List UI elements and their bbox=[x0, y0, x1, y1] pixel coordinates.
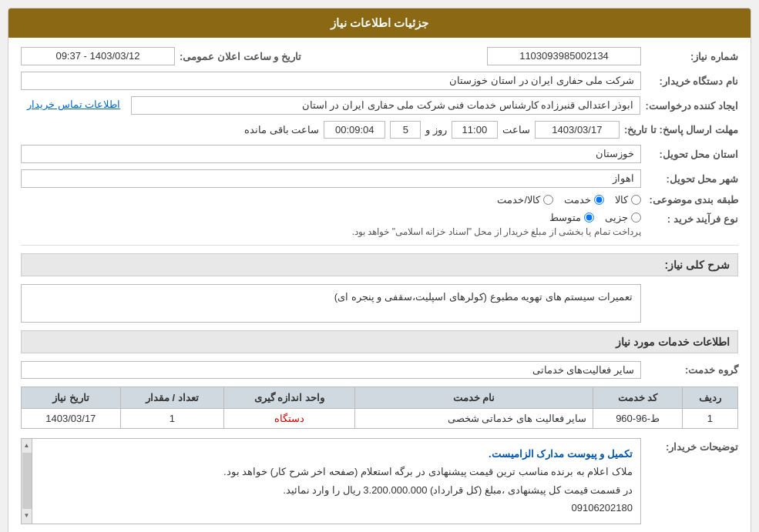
cell-row: 1 bbox=[682, 409, 737, 429]
buyer-notes-line4: 09106202180 bbox=[571, 502, 633, 514]
purchase-type-option-partial[interactable]: جزیی bbox=[605, 212, 641, 223]
col-header-name: نام خدمت bbox=[354, 387, 593, 409]
category-service-label: خدمت bbox=[564, 194, 591, 206]
need-number-label: شماره نیاز: bbox=[646, 51, 738, 62]
purchase-type-partial-label: جزیی bbox=[605, 212, 628, 223]
category-option-service[interactable]: خدمت bbox=[564, 194, 604, 206]
creator-contact-link[interactable]: اطلاعات تماس خریدار bbox=[21, 96, 126, 115]
items-table: ردیف کد خدمت نام خدمت واحد اندازه گیری ت… bbox=[21, 386, 738, 429]
category-radio-goods[interactable] bbox=[631, 195, 641, 205]
need-desc-value: تعمیرات سیستم های تهویه مطبوع (کولرهای ا… bbox=[21, 284, 641, 323]
buyer-org-value: شرکت ملی حفاری ایران در استان خوزستان bbox=[21, 72, 641, 90]
scroll-down-icon[interactable]: ▼ bbox=[24, 510, 30, 521]
buyer-notes-box: ▲ ▼ تکمیل و پیوست مدارک الزامیست. ملاک ا… bbox=[21, 438, 641, 524]
cell-unit: دستگاه bbox=[224, 409, 355, 429]
category-option-both[interactable]: کالا/خدمت bbox=[497, 194, 553, 206]
purchase-type-medium-label: متوسط bbox=[549, 212, 581, 223]
cell-qty: 1 bbox=[120, 409, 224, 429]
buyer-notes-text: تکمیل و پیوست مدارک الزامیست. ملاک اعلام… bbox=[37, 445, 633, 517]
col-header-qty: تعداد / مقدار bbox=[120, 387, 224, 409]
buyer-notes-line2: ملاک اعلام به برنده مناسب ترین قیمت پیشن… bbox=[223, 466, 633, 477]
deadline-time-label: ساعت bbox=[502, 124, 530, 136]
announce-value: 1403/03/12 - 09:37 bbox=[21, 47, 175, 65]
purchase-type-option-medium[interactable]: متوسط bbox=[549, 212, 594, 223]
deadline-label: مهلت ارسال پاسخ: تا تاریخ: bbox=[624, 124, 738, 136]
creator-label: ایجاد کننده درخواست: bbox=[645, 100, 738, 112]
cell-date: 1403/03/17 bbox=[22, 409, 121, 429]
deadline-day-label: روز و bbox=[425, 124, 447, 136]
services-header: اطلاعات خدمات مورد نیاز bbox=[21, 330, 738, 353]
buyer-notes-line3: در قسمت قیمت کل پیشنهادی ،مبلغ (کل قرارد… bbox=[283, 484, 633, 496]
cell-name: سایر فعالیت های خدماتی شخصی bbox=[354, 409, 593, 429]
table-row: 1 ط-96-960 سایر فعالیت های خدماتی شخصی د… bbox=[22, 409, 738, 429]
category-both-label: کالا/خدمت bbox=[497, 194, 540, 206]
purchase-type-radio-partial[interactable] bbox=[631, 212, 641, 223]
buyer-org-label: نام دستگاه خریدار: bbox=[646, 75, 738, 87]
category-goods-label: کالا bbox=[615, 194, 628, 206]
service-group-value: سایر فعالیت‌های خدماتی bbox=[21, 361, 641, 379]
deadline-days: 5 bbox=[390, 121, 421, 139]
buyer-notes-line1: تکمیل و پیوست مدارک الزامیست. bbox=[489, 448, 633, 460]
deadline-remaining-suffix: ساعت باقی مانده bbox=[244, 124, 319, 136]
need-number-value: 1103093985002134 bbox=[487, 47, 641, 65]
scrollbar[interactable]: ▲ ▼ bbox=[22, 439, 32, 524]
creator-value: ابوذر اعتدالی قنبرزاده کارشناس خدمات فنی… bbox=[131, 96, 640, 115]
purchase-type-note: پرداخت تمام یا بخشی از مبلغ خریدار از مح… bbox=[21, 226, 641, 237]
col-header-date: تاریخ نیاز bbox=[22, 387, 121, 409]
col-header-code: کد خدمت bbox=[593, 387, 683, 409]
scroll-up-icon[interactable]: ▲ bbox=[24, 440, 30, 451]
service-group-label: گروه خدمت: bbox=[646, 364, 738, 376]
province-value: خوزستان bbox=[21, 145, 641, 163]
need-desc-header: شرح کلی نیاز: bbox=[21, 253, 738, 276]
page-title: جزئیات اطلاعات نیاز bbox=[8, 8, 751, 38]
deadline-time: 11:00 bbox=[452, 121, 498, 139]
cell-code: ط-96-960 bbox=[593, 409, 683, 429]
city-value: اهواز bbox=[21, 169, 641, 188]
announce-label: تاریخ و ساعت اعلان عمومی: bbox=[180, 51, 301, 62]
deadline-remaining: 00:09:04 bbox=[324, 121, 385, 139]
purchase-type-radio-medium[interactable] bbox=[584, 212, 594, 223]
category-radio-both[interactable] bbox=[543, 195, 553, 205]
category-label: طبقه بندی موضوعی: bbox=[646, 194, 738, 206]
purchase-type-label: نوع فرآیند خرید : bbox=[646, 212, 738, 225]
city-label: شهر محل تحویل: bbox=[646, 173, 738, 185]
category-radio-service[interactable] bbox=[594, 195, 604, 205]
deadline-date: 1403/03/17 bbox=[535, 121, 620, 139]
scroll-track[interactable] bbox=[22, 453, 32, 509]
category-option-goods[interactable]: کالا bbox=[615, 194, 641, 206]
province-label: استان محل تحویل: bbox=[646, 149, 738, 160]
col-header-unit: واحد اندازه گیری bbox=[224, 387, 355, 409]
buyer-notes-label: توضیحات خریدار: bbox=[646, 438, 738, 453]
col-header-row: ردیف bbox=[682, 387, 737, 409]
